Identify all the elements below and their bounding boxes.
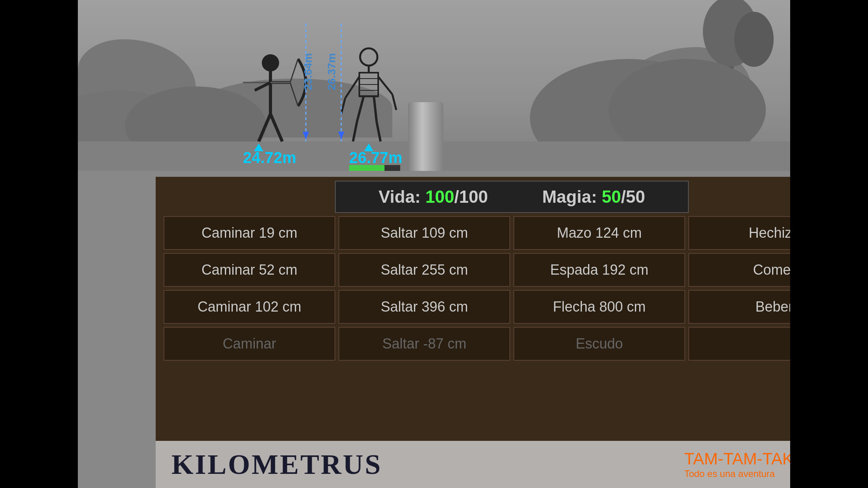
action-btn-1[interactable]: Saltar 109 cm	[338, 216, 510, 250]
game-logo: KILOMETRUS	[171, 448, 382, 481]
action-btn-8[interactable]: Caminar 102 cm	[164, 290, 335, 324]
action-btn-13[interactable]: Saltar -87 cm	[338, 327, 510, 361]
brand-name: TAM-TAM-TAK	[684, 449, 790, 468]
vida-label: Vida: 100/100	[379, 187, 488, 207]
action-btn-3[interactable]: Hechizo	[688, 216, 790, 250]
bottom-bar: KILOMETRUS TAM-TAM-TAK Todo es una avent…	[156, 441, 790, 488]
magia-current: 50	[602, 187, 621, 206]
action-btn-7[interactable]: Comer	[688, 253, 790, 287]
scene-background	[78, 0, 790, 169]
action-btn-2[interactable]: Mazo 124 cm	[513, 216, 685, 250]
left-border	[0, 0, 78, 488]
vida-current: 100	[425, 187, 454, 206]
action-btn-10[interactable]: Flecha 800 cm	[513, 290, 685, 324]
hill-left	[78, 39, 196, 118]
action-btn-4[interactable]: Caminar 52 cm	[164, 253, 335, 287]
brand-logo: TAM-TAM-TAK Todo es una aventura	[684, 429, 790, 488]
game-area: 23.64m 26.37m 24.72m 26.77m	[78, 0, 790, 488]
magia-label: Magia: 50/50	[542, 187, 645, 207]
action-btn-14[interactable]: Escudo	[513, 327, 685, 361]
actions-grid: Caminar 19 cmSaltar 109 cmMazo 124 cmHec…	[164, 216, 790, 361]
action-btn-11[interactable]: Beber	[688, 290, 790, 324]
action-btn-9[interactable]: Saltar 396 cm	[338, 290, 510, 324]
vida-label-text: Vida:	[379, 187, 421, 206]
action-btn-15[interactable]	[688, 327, 790, 361]
hill-right	[613, 47, 751, 145]
stats-bar: Vida: 100/100 Magia: 50/50	[335, 181, 689, 213]
brand-subtitle: Todo es una aventura	[684, 468, 790, 479]
magia-label-text: Magia:	[542, 187, 597, 206]
action-btn-6[interactable]: Espada 192 cm	[513, 253, 685, 287]
action-btn-5[interactable]: Saltar 255 cm	[338, 253, 510, 287]
right-border	[790, 0, 868, 488]
hill-center	[196, 79, 392, 138]
action-btn-12[interactable]: Caminar	[164, 327, 335, 361]
action-btn-0[interactable]: Caminar 19 cm	[164, 216, 335, 250]
